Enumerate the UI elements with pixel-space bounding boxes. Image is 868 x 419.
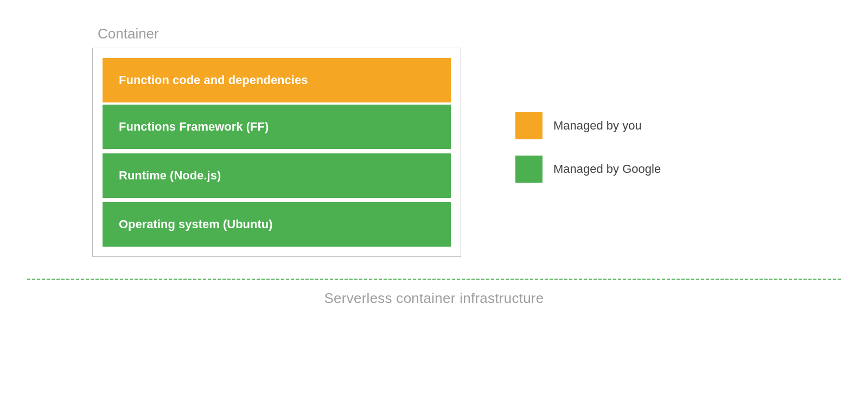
legend-swatch-green (515, 156, 542, 183)
layer-runtime: Runtime (Node.js) (103, 153, 451, 198)
legend-label-managed-by-you: Managed by you (553, 119, 642, 133)
serverless-label: Serverless container infrastructure (324, 290, 544, 307)
legend: Managed by you Managed by Google (515, 112, 661, 183)
layer-functions-framework: Functions Framework (FF) (103, 105, 451, 149)
legend-item-managed-by-google: Managed by Google (515, 156, 661, 183)
layer-operating-system-label: Operating system (Ubuntu) (119, 217, 273, 231)
layer-operating-system: Operating system (Ubuntu) (103, 202, 451, 247)
dashed-separator (27, 279, 841, 280)
layer-function-code-label: Function code and dependencies (119, 73, 308, 87)
layer-functions-framework-label: Functions Framework (FF) (119, 120, 269, 134)
top-section: Container Function code and dependencies… (27, 15, 841, 257)
bottom-section: Serverless container infrastructure (27, 279, 841, 307)
diagram-wrapper: Container Function code and dependencies… (27, 15, 841, 405)
container-label: Container (98, 25, 159, 42)
legend-item-managed-by-you: Managed by you (515, 112, 661, 139)
container-area: Container Function code and dependencies… (92, 25, 461, 257)
legend-label-managed-by-google: Managed by Google (553, 162, 661, 176)
layer-function-code: Function code and dependencies (103, 58, 451, 102)
container-box: Function code and dependencies Functions… (92, 48, 461, 257)
legend-swatch-yellow (515, 112, 542, 139)
layer-runtime-label: Runtime (Node.js) (119, 169, 221, 183)
